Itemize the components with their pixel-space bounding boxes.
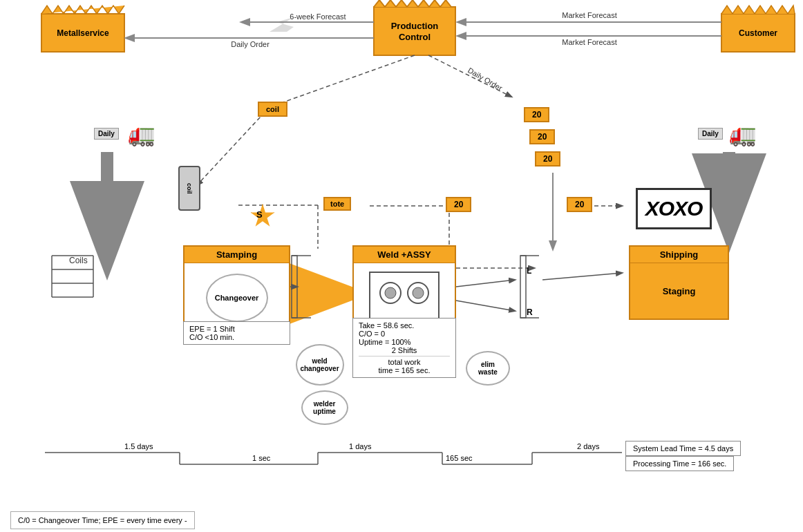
stamping-box: Stamping Changeover (183, 245, 290, 334)
svg-text:Production: Production (391, 21, 439, 31)
truck-right: 🚛 (729, 121, 757, 147)
weld-changeover-burst: weldchangeover (294, 342, 346, 387)
processing-time-box: Processing Time = 166 sec. (625, 456, 734, 471)
changeover-burst: Changeover (206, 274, 268, 322)
stamping-info: EPE = 1 Shift C/O <10 min. (183, 321, 290, 345)
coil-top-box: coil (258, 102, 287, 117)
svg-rect-31 (520, 256, 526, 318)
weld-uptime: Uptime = 100% (359, 338, 450, 346)
qty20-center: 20 (446, 197, 471, 212)
welder-uptime-burst: welderuptime (299, 388, 350, 426)
coil-inventory (45, 249, 100, 332)
svg-text:Daily Order: Daily Order (466, 66, 504, 92)
svg-point-44 (413, 287, 424, 298)
L-label: L (527, 266, 531, 276)
weld-take: Take = 58.6 sec. (359, 321, 450, 330)
svg-text:Market Forecast: Market Forecast (562, 11, 616, 19)
shipping-content: Staging (630, 263, 728, 319)
stamping-header: Stamping (185, 247, 289, 263)
shipping-box: Shipping Staging (629, 245, 729, 320)
svg-rect-0 (374, 7, 455, 55)
days-1: 1 days (349, 442, 371, 450)
weld-total-work: total worktime = 165 sec. (359, 356, 450, 374)
svg-rect-5 (721, 14, 795, 52)
svg-text:Customer: Customer (739, 28, 777, 38)
R-label: R (527, 307, 533, 317)
truck-left: 🚛 (128, 121, 155, 147)
push-label: S (256, 209, 263, 220)
xoxo-box: XOXO (636, 188, 712, 229)
tote-label: tote (323, 197, 351, 211)
svg-text:Metallservice: Metallservice (57, 28, 109, 38)
svg-text:6-week Forecast: 6-week Forecast (290, 12, 346, 21)
weld-info: Take = 58.6 sec. C/O = 0 Uptime = 100% 2… (352, 318, 456, 378)
stamping-epe: EPE = 1 Shift (189, 325, 284, 333)
stamping-co: C/O <10 min. (189, 333, 284, 341)
svg-text:Daily Order: Daily Order (231, 40, 270, 48)
qty20-shipping: 20 (567, 197, 592, 212)
svg-rect-28 (292, 256, 297, 318)
svg-text:Market Forecast: Market Forecast (562, 38, 616, 46)
svg-text:Control: Control (399, 32, 431, 42)
days-1-5: 1.5 days (124, 442, 153, 450)
weld-co: C/O = 0 (359, 330, 450, 338)
days-2: 2 days (577, 442, 599, 450)
svg-marker-7 (270, 17, 294, 32)
weld-machine (366, 269, 442, 324)
daily-right-label: Daily (698, 128, 723, 140)
shipping-header: Shipping (630, 247, 728, 263)
system-lead-time-box: System Lead Time = 4.5 days (625, 441, 741, 456)
sec-165: 165 sec (446, 454, 473, 462)
weld-shifts: 2 Shifts (359, 346, 450, 354)
svg-rect-3 (41, 14, 124, 52)
diagram: Production Control Metallservice Custome… (0, 0, 803, 532)
coil-stack: coil (178, 166, 200, 211)
daily-left-label: Daily (94, 128, 119, 140)
weld-header: Weld +ASSY (354, 247, 455, 263)
sec-1: 1 sec (252, 454, 270, 462)
legend-box: C/0 = Changeover Time; EPE = every time … (10, 511, 195, 529)
elim-waste-burst: elimwaste (464, 349, 511, 387)
push-signal (250, 204, 275, 229)
qty20-stack: 20 20 20 (524, 107, 549, 155)
svg-point-43 (385, 287, 396, 298)
